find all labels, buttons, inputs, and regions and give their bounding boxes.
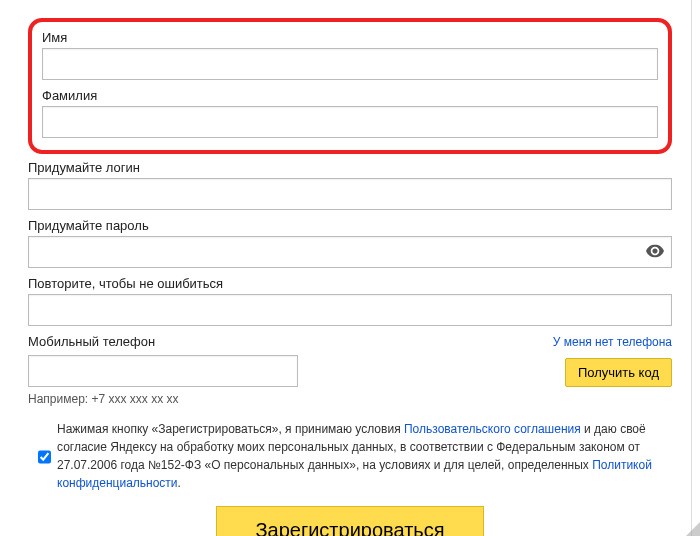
terms-checkbox[interactable] [38, 422, 51, 492]
registration-form: Имя Фамилия Придумайте логин Придумайте … [0, 0, 700, 536]
divider [691, 0, 692, 536]
get-code-button[interactable]: Получить код [565, 358, 672, 387]
eye-icon[interactable] [646, 244, 664, 261]
login-input[interactable] [28, 178, 672, 210]
firstname-field: Имя [42, 30, 658, 80]
terms-prefix: Нажимая кнопку «Зарегистрироваться», я п… [57, 422, 404, 436]
firstname-label: Имя [42, 30, 658, 45]
terms-text: Нажимая кнопку «Зарегистрироваться», я п… [57, 420, 672, 492]
no-phone-link[interactable]: У меня нет телефона [553, 335, 672, 349]
phone-section: Мобильный телефон У меня нет телефона По… [28, 334, 672, 406]
terms-suffix: . [178, 476, 181, 490]
password-confirm-field: Повторите, чтобы не ошибиться [28, 276, 672, 326]
password-field: Придумайте пароль [28, 218, 672, 268]
resize-corner-icon [686, 522, 700, 536]
name-highlight-box: Имя Фамилия [28, 18, 672, 154]
user-agreement-link[interactable]: Пользовательского соглашения [404, 422, 581, 436]
phone-label: Мобильный телефон [28, 334, 155, 349]
password-input[interactable] [28, 236, 672, 268]
register-button[interactable]: Зарегистрироваться [216, 506, 483, 536]
phone-input[interactable] [28, 355, 298, 387]
password-confirm-label: Повторите, чтобы не ошибиться [28, 276, 672, 291]
terms-row: Нажимая кнопку «Зарегистрироваться», я п… [28, 420, 672, 492]
phone-example: Например: +7 xxx xxx xx xx [28, 392, 672, 406]
lastname-field: Фамилия [42, 88, 658, 138]
password-label: Придумайте пароль [28, 218, 672, 233]
password-confirm-input[interactable] [28, 294, 672, 326]
submit-row: Зарегистрироваться [28, 506, 672, 536]
login-field: Придумайте логин [28, 160, 672, 210]
lastname-label: Фамилия [42, 88, 658, 103]
lastname-input[interactable] [42, 106, 658, 138]
firstname-input[interactable] [42, 48, 658, 80]
login-label: Придумайте логин [28, 160, 672, 175]
